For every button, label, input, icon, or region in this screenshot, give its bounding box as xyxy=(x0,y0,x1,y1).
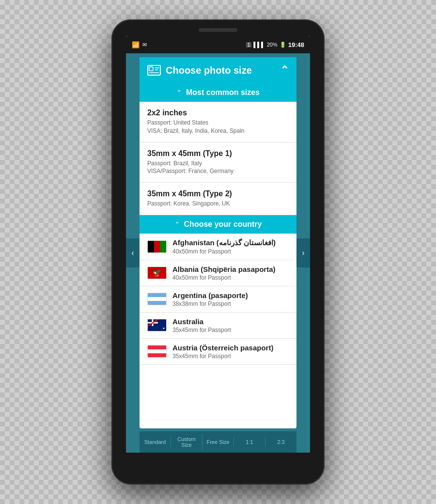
main-panel: Choose photo size ⌃ ⌃ Most common sizes … xyxy=(140,57,296,428)
country-name-ar: Argentina (pasaporte) xyxy=(172,291,289,299)
battery-icon: 🔋 xyxy=(280,42,286,48)
phone-speaker xyxy=(199,28,237,32)
country-info-at: Austria (Österreich pasaport) 35x45mm fo… xyxy=(172,344,289,360)
panel-header[interactable]: Choose photo size ⌃ xyxy=(140,57,296,83)
size-sub1-1: Passport: Brazil, Italy xyxy=(147,159,289,168)
country-name-af: Afghanistan (افغانستان گذرنامه) xyxy=(172,238,289,247)
flag-au: ✦ xyxy=(147,319,167,331)
most-common-label: Most common sizes xyxy=(186,88,260,97)
country-sub-au: 35x45mm for Passport xyxy=(172,327,289,333)
country-item-af[interactable]: Afghanistan (افغانستان گذرنامه) 40x50mm … xyxy=(140,234,296,260)
country-sub-af: 40x50mm for Passport xyxy=(172,248,289,255)
country-name-al: Albania (Shqipëria pasaporta) xyxy=(172,265,289,273)
size-title-0: 2x2 inches xyxy=(147,109,289,117)
flag-ar xyxy=(147,293,167,305)
size-title-1: 35mm x 45mm (Type 1) xyxy=(147,149,289,158)
wifi-icon: 📶 xyxy=(132,41,140,48)
tab-1-1[interactable]: 1:1 xyxy=(234,437,265,447)
flag-af xyxy=(147,240,167,253)
tab-2-3[interactable]: 2:3 xyxy=(265,437,296,447)
tab-standard[interactable]: Standard xyxy=(140,437,171,447)
size-item-2[interactable]: 35mm x 45mm (Type 2) Passport: Korea, Si… xyxy=(140,183,296,215)
size-item-1[interactable]: 35mm x 45mm (Type 1) Passport: Brazil, I… xyxy=(140,142,296,183)
status-bar: 📶 ✉ 1 ▌▌▌ 20% 🔋 19:48 xyxy=(126,36,310,53)
bottom-tab-bar: Standard Custom Size Free Size 1:1 2:3 xyxy=(140,431,296,453)
svg-rect-1 xyxy=(149,67,153,71)
app-content: ‹ › xyxy=(126,53,310,453)
country-item-ar[interactable]: Argentina (pasaporte) 38x38mm for Passpo… xyxy=(140,286,296,313)
photo-size-icon xyxy=(147,65,161,76)
size-item-0[interactable]: 2x2 inches Passport: United States VISA:… xyxy=(140,102,296,142)
nav-arrow-right[interactable]: › xyxy=(296,238,310,268)
tab-custom-size[interactable]: Custom Size xyxy=(171,434,202,450)
size-title-2: 35mm x 45mm (Type 2) xyxy=(147,189,289,198)
sizes-list[interactable]: ⌃ Most common sizes 2x2 inches Passport:… xyxy=(140,83,296,428)
country-item-al[interactable]: 🦅 Albania (Shqipëria pasaporta) 40x50mm … xyxy=(140,260,296,286)
panel-title: Choose photo size xyxy=(166,65,252,76)
section-chevron-up: ⌃ xyxy=(176,89,182,96)
country-info-au: Australia 35x45mm for Passport xyxy=(172,317,289,333)
country-name-at: Austria (Österreich pasaport) xyxy=(172,344,289,352)
country-item-au[interactable]: ✦ Australia 35x45mm for Passport xyxy=(140,313,296,339)
country-info-al: Albania (Shqipëria pasaporta) 40x50mm fo… xyxy=(172,265,289,281)
phone-screen: 📶 ✉ 1 ▌▌▌ 20% 🔋 19:48 ‹ › xyxy=(126,36,310,453)
most-common-section-header[interactable]: ⌃ Most common sizes xyxy=(140,83,296,102)
size-sub2-0: VISA: Brazil, Italy, India, Korea, Spain xyxy=(147,127,289,135)
size-sub1-2: Passport: Korea, Singapore, UK xyxy=(147,200,289,208)
time: 19:48 xyxy=(288,41,304,48)
country-sub-ar: 38x38mm for Passport xyxy=(172,300,289,307)
country-info-af: Afghanistan (افغانستان گذرنامه) 40x50mm … xyxy=(172,238,289,255)
size-sub2-1: VISA/Passport: France, Germany xyxy=(147,167,289,175)
tab-free-size[interactable]: Free Size xyxy=(202,437,234,447)
header-left: Choose photo size xyxy=(147,65,252,76)
message-icon: ✉ xyxy=(142,42,147,48)
signal-icon: ▌▌▌ xyxy=(253,42,265,47)
size-sub1-0: Passport: United States xyxy=(147,119,289,127)
collapse-icon[interactable]: ⌃ xyxy=(280,64,289,77)
country-info-ar: Argentina (pasaporte) 38x38mm for Passpo… xyxy=(172,291,289,307)
flag-at xyxy=(147,345,167,358)
status-left: 📶 ✉ xyxy=(132,41,147,48)
country-name-au: Australia xyxy=(172,317,289,326)
country-sub-at: 35x45mm for Passport xyxy=(172,353,289,360)
country-item-at[interactable]: Austria (Österreich pasaport) 35x45mm fo… xyxy=(140,339,296,365)
sim-slot: 1 xyxy=(246,42,252,47)
country-section-header[interactable]: ⌃ Choose your country xyxy=(140,215,296,234)
nav-arrow-left[interactable]: ‹ xyxy=(126,238,140,268)
battery-percent: 20% xyxy=(267,42,278,47)
country-section-label: Choose your country xyxy=(184,220,262,229)
flag-al: 🦅 xyxy=(147,267,167,279)
country-chevron-up: ⌃ xyxy=(174,220,180,228)
country-sub-al: 40x50mm for Passport xyxy=(172,274,289,281)
status-right: 1 ▌▌▌ 20% 🔋 19:48 xyxy=(246,41,304,48)
phone-frame: 📶 ✉ 1 ▌▌▌ 20% 🔋 19:48 ‹ › xyxy=(111,19,325,485)
